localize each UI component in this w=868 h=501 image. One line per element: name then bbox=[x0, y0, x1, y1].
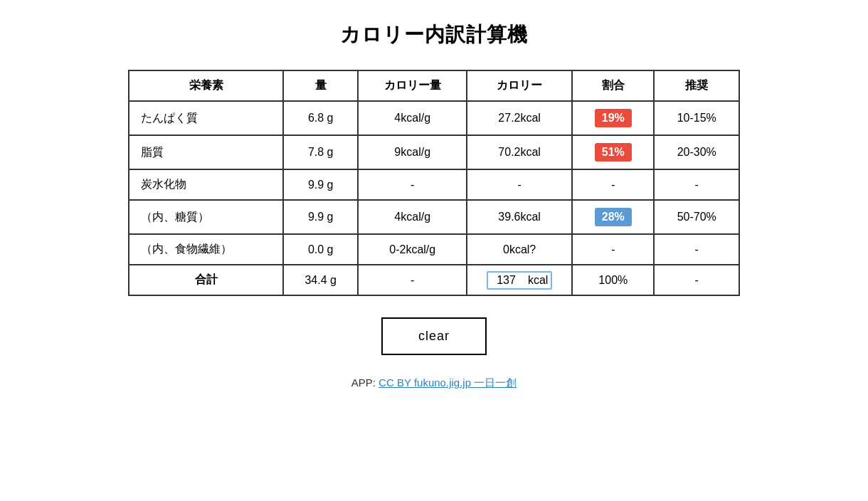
ratio-badge-red: 51% bbox=[595, 143, 632, 162]
table-row: （内、糖質）9.9 g4kcal/g39.6kcal28%50-70% bbox=[129, 200, 739, 234]
calorie-unit: kcal bbox=[528, 274, 548, 287]
clear-button[interactable]: clear bbox=[381, 317, 487, 355]
footer: APP: CC BY fukuno.jig.jp 一日一創 bbox=[351, 376, 517, 390]
footer-prefix: APP: bbox=[351, 376, 379, 389]
table-row: 炭水化物9.9 g---- bbox=[129, 169, 739, 200]
header-recommended: 推奨 bbox=[654, 70, 739, 101]
cell-recommended: 50-70% bbox=[654, 200, 739, 234]
cell-total-name: 合計 bbox=[129, 265, 283, 295]
cell-recommended: 20-30% bbox=[654, 135, 739, 169]
cell-kcal-per: - bbox=[358, 265, 467, 295]
footer-link[interactable]: CC BY fukuno.jig.jp 一日一創 bbox=[379, 376, 517, 389]
cell-ratio: 51% bbox=[572, 135, 654, 169]
cell-recommended: - bbox=[654, 234, 739, 265]
cell-amount: 6.8 g bbox=[283, 101, 358, 135]
table-row: 合計34.4 g-kcal100%- bbox=[129, 265, 739, 295]
cell-kcal-per: 9kcal/g bbox=[358, 135, 467, 169]
cell-ratio: 28% bbox=[572, 200, 654, 234]
cell-ratio: - bbox=[572, 234, 654, 265]
cell-recommended: 10-15% bbox=[654, 101, 739, 135]
cell-calories: - bbox=[467, 169, 572, 200]
cell-ratio: 100% bbox=[572, 265, 654, 295]
cell-calories: 39.6kcal bbox=[467, 200, 572, 234]
cell-ratio: 19% bbox=[572, 101, 654, 135]
cell-kcal-per: 0-2kcal/g bbox=[358, 234, 467, 265]
cell-calories: 27.2kcal bbox=[467, 101, 572, 135]
header-kcal-per: カロリー量 bbox=[358, 70, 467, 101]
cell-nutrient-name: 脂質 bbox=[129, 135, 283, 169]
cell-kcal-per: 4kcal/g bbox=[358, 200, 467, 234]
header-calories: カロリー bbox=[467, 70, 572, 101]
cell-kcal-per: 4kcal/g bbox=[358, 101, 467, 135]
cell-calories: 70.2kcal bbox=[467, 135, 572, 169]
ratio-badge-blue: 28% bbox=[595, 208, 632, 226]
cell-nutrient-name: （内、糖質） bbox=[129, 200, 283, 234]
table-row: （内、食物繊維）0.0 g0-2kcal/g0kcal?-- bbox=[129, 234, 739, 265]
cell-amount: 34.4 g bbox=[283, 265, 358, 295]
cell-ratio: - bbox=[572, 169, 654, 200]
cell-amount: 9.9 g bbox=[283, 200, 358, 234]
cell-amount: 7.8 g bbox=[283, 135, 358, 169]
cell-nutrient-name: （内、食物繊維） bbox=[129, 234, 283, 265]
nutrition-table: 栄養素 量 カロリー量 カロリー 割合 推奨 たんぱく質6.8 g4kcal/g… bbox=[128, 70, 740, 296]
cell-nutrient-name: たんぱく質 bbox=[129, 101, 283, 135]
cell-kcal-per: - bbox=[358, 169, 467, 200]
table-header-row: 栄養素 量 カロリー量 カロリー 割合 推奨 bbox=[129, 70, 739, 101]
header-amount: 量 bbox=[283, 70, 358, 101]
cell-nutrient-name: 炭水化物 bbox=[129, 169, 283, 200]
cell-amount: 0.0 g bbox=[283, 234, 358, 265]
table-row: 脂質7.8 g9kcal/g70.2kcal51%20-30% bbox=[129, 135, 739, 169]
cell-calories: 0kcal? bbox=[467, 234, 572, 265]
ratio-badge-red: 19% bbox=[595, 109, 632, 127]
cell-amount: 9.9 g bbox=[283, 169, 358, 200]
table-row: たんぱく質6.8 g4kcal/g27.2kcal19%10-15% bbox=[129, 101, 739, 135]
total-calorie-input[interactable] bbox=[491, 274, 526, 287]
header-nutrient: 栄養素 bbox=[129, 70, 283, 101]
cell-recommended: - bbox=[654, 169, 739, 200]
header-ratio: 割合 bbox=[572, 70, 654, 101]
cell-calories[interactable]: kcal bbox=[467, 265, 572, 295]
page-title: カロリー内訳計算機 bbox=[340, 21, 528, 48]
cell-recommended: - bbox=[654, 265, 739, 295]
